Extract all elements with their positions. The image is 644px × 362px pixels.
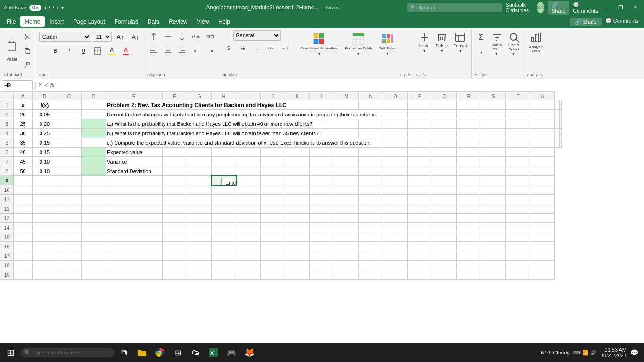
minimize-button[interactable]: ─ xyxy=(602,3,611,12)
cell-J7[interactable] xyxy=(261,157,285,166)
cell-O8[interactable] xyxy=(383,166,408,176)
title-search-input[interactable] xyxy=(407,3,502,12)
menu-home[interactable]: Home xyxy=(20,16,45,27)
cell-M3[interactable] xyxy=(408,119,432,129)
cell-U2[interactable] xyxy=(560,110,562,119)
col-header-L[interactable]: L xyxy=(310,92,334,100)
notification-icon[interactable]: 💬 xyxy=(630,349,638,356)
align-center-button[interactable] xyxy=(161,44,174,58)
cell-N5[interactable] xyxy=(432,138,457,148)
cell-D8[interactable] xyxy=(82,166,106,176)
col-header-Q[interactable]: Q xyxy=(432,92,457,100)
cell-G9[interactable] xyxy=(187,176,212,185)
cell-K9[interactable] xyxy=(285,176,310,185)
cell-A2[interactable]: 20 xyxy=(14,110,33,119)
cell-S7[interactable] xyxy=(481,157,506,166)
row-header-3[interactable]: 3 xyxy=(0,119,14,129)
cell-O9[interactable] xyxy=(383,176,408,185)
cell-O6[interactable] xyxy=(383,148,408,157)
cell-U8[interactable] xyxy=(530,166,555,176)
merge-center-button[interactable]: ⊞⊡ xyxy=(204,30,217,43)
cell-Q1[interactable] xyxy=(506,100,530,110)
number-format-select[interactable]: General xyxy=(233,30,281,41)
cell-K3[interactable] xyxy=(359,119,383,129)
cell-styles-button[interactable]: Cell Styles ▾ xyxy=(375,30,400,58)
cell-A10[interactable] xyxy=(14,185,33,195)
col-header-S[interactable]: S xyxy=(481,92,506,100)
cell-R8[interactable] xyxy=(457,166,481,176)
cell-A3[interactable]: 25 xyxy=(14,119,33,129)
cell-A1[interactable]: x xyxy=(14,100,33,110)
cell-U5[interactable] xyxy=(560,138,562,148)
taskbar-search-input[interactable] xyxy=(20,348,115,357)
system-icons[interactable]: ⌨ 📶 🔊 xyxy=(573,350,597,356)
cell-P6[interactable] xyxy=(408,148,432,157)
cell-L9[interactable] xyxy=(310,176,334,185)
cell-M1[interactable] xyxy=(408,100,432,110)
cell-E1[interactable]: Problem 2: New Tax Accounting Clients fo… xyxy=(106,100,334,110)
col-header-R[interactable]: R xyxy=(457,92,481,100)
cell-Q8[interactable] xyxy=(432,166,457,176)
menu-help[interactable]: Help xyxy=(214,16,235,27)
comma-button[interactable]: , xyxy=(250,41,264,55)
cell-O1[interactable] xyxy=(457,100,481,110)
cell-R2[interactable] xyxy=(530,110,555,119)
cell-T9[interactable] xyxy=(506,176,530,185)
cut-button[interactable] xyxy=(21,30,34,43)
col-header-T[interactable]: T xyxy=(506,92,530,100)
cell-D9[interactable] xyxy=(82,176,106,185)
insert-button[interactable]: Insert▾ xyxy=(416,30,432,55)
cell-L6[interactable] xyxy=(310,148,334,157)
taskbar-task-view[interactable]: ⧉ xyxy=(116,344,132,361)
cell-J8[interactable] xyxy=(261,166,285,176)
cell-M2[interactable] xyxy=(408,110,432,119)
cell-R5[interactable] xyxy=(530,138,555,148)
cell-N1[interactable] xyxy=(432,100,457,110)
cell-T6[interactable] xyxy=(506,148,530,157)
cell-C2[interactable] xyxy=(57,110,82,119)
cell-L4[interactable] xyxy=(383,129,408,138)
menu-insert[interactable]: Insert xyxy=(45,16,68,27)
paste-button[interactable]: Paste xyxy=(4,39,20,63)
cell-E2[interactable]: Recent tax law changes will likely lead … xyxy=(106,110,383,119)
row-header-15[interactable]: 15 xyxy=(0,232,14,242)
cell-P1[interactable] xyxy=(481,100,506,110)
cell-Q4[interactable] xyxy=(506,129,530,138)
cell-E5[interactable]: c.) Compute the expected value, variance… xyxy=(106,138,383,148)
cell-B4[interactable]: 0.25 xyxy=(33,129,57,138)
close-button[interactable]: ✕ xyxy=(630,3,640,12)
cell-E7[interactable]: Variance xyxy=(106,157,163,166)
cell-I8[interactable] xyxy=(236,166,261,176)
cell-A8[interactable]: 50 xyxy=(14,166,33,176)
cell-K1[interactable] xyxy=(359,100,383,110)
cell-P9[interactable] xyxy=(408,176,432,185)
cell-B8[interactable]: 0.10 xyxy=(33,166,57,176)
font-shrink-button[interactable]: A↓ xyxy=(129,30,142,43)
cell-N6[interactable] xyxy=(359,148,383,157)
quick-access-dropdown[interactable]: ▾ xyxy=(61,5,64,10)
font-color-button[interactable]: A xyxy=(119,44,132,58)
cell-U7[interactable] xyxy=(530,157,555,166)
cell-N2[interactable] xyxy=(432,110,457,119)
share-ribbon-btn[interactable]: 🔗 Share xyxy=(570,18,601,26)
clock[interactable]: 11:53 AM 10/21/2021 xyxy=(601,347,627,358)
cell-U9[interactable] xyxy=(530,176,555,185)
cell-C5[interactable] xyxy=(57,138,82,148)
cell-A7[interactable]: 45 xyxy=(14,157,33,166)
cell-U6[interactable] xyxy=(530,148,555,157)
cell-N3[interactable] xyxy=(432,119,457,129)
cell-B3[interactable]: 0.20 xyxy=(33,119,57,129)
col-header-K[interactable]: K xyxy=(285,92,310,100)
align-bottom-button[interactable] xyxy=(175,30,189,43)
format-painter-button[interactable] xyxy=(21,58,34,72)
cell-G7[interactable] xyxy=(187,157,212,166)
col-header-I[interactable]: I xyxy=(236,92,261,100)
cell-L8[interactable] xyxy=(310,166,334,176)
comments-button[interactable]: 💬 Comments xyxy=(573,2,598,14)
row-header-18[interactable]: 18 xyxy=(0,261,14,270)
cell-C3[interactable] xyxy=(57,119,82,129)
taskbar-store[interactable]: 🛍 xyxy=(187,344,204,361)
cell-N9[interactable] xyxy=(359,176,383,185)
cell-B1[interactable]: f(x) xyxy=(33,100,57,110)
taskbar-excel[interactable]: X xyxy=(205,344,222,361)
